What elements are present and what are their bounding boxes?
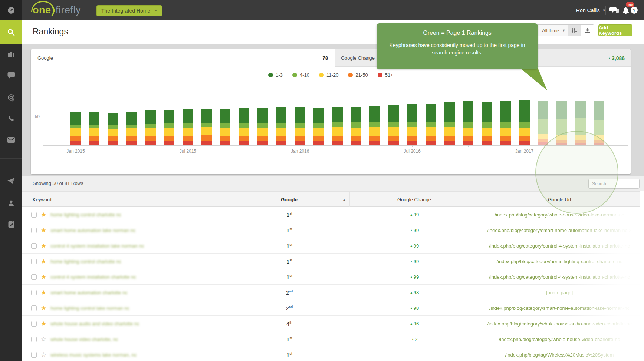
stacked-bar-Feb-2017[interactable] (538, 101, 548, 145)
google-url-text[interactable]: /index.php/blog/category/whole-house-vid… (494, 212, 624, 218)
stacked-bar-Aug-2016[interactable] (426, 104, 436, 145)
keyword-text[interactable]: home lighting control lake norman nc (50, 305, 129, 311)
bar-segment-51+ (164, 141, 174, 145)
keyword-text[interactable]: whole house audio and video charlotte nc (50, 321, 139, 327)
bar-segment-11-20 (313, 128, 324, 136)
google-url-text[interactable]: /index.php/blog/category/whole-house-aud… (487, 321, 632, 327)
star-filled-icon[interactable]: ★ (41, 258, 46, 265)
stacked-bar-Jan-2016[interactable] (295, 107, 305, 145)
stacked-bar-Nov-2015[interactable] (257, 108, 268, 145)
star-filled-icon[interactable]: ★ (41, 321, 46, 327)
keyword-text[interactable]: home lighting control charlotte nc (50, 212, 121, 218)
stacked-bar-Jan-2015[interactable] (70, 112, 81, 145)
sidebar-item-contacts[interactable] (0, 192, 22, 214)
sidebar-item-goals[interactable] (0, 87, 22, 108)
star-filled-icon[interactable]: ★ (41, 274, 46, 280)
google-url-text[interactable]: /index.php/blog/category/home-lighting-c… (497, 259, 622, 264)
stacked-bar-Apr-2016[interactable] (351, 107, 361, 145)
bar-segment-21-50 (332, 136, 343, 141)
google-url-text[interactable]: /index.php/blog/category/smart-home-auto… (487, 228, 631, 233)
row-checkbox[interactable] (31, 352, 37, 358)
stacked-bar-Feb-2016[interactable] (313, 108, 324, 145)
row-checkbox[interactable] (31, 228, 37, 233)
sidebar-item-email[interactable] (0, 129, 22, 150)
sidebar-item-search-rankings[interactable] (0, 20, 22, 44)
stacked-bar-Aug-2015[interactable] (201, 109, 212, 145)
stacked-bar-Sep-2016[interactable] (444, 102, 455, 145)
keyword-text[interactable]: smart home automation lake norman nc (50, 228, 135, 233)
keyword-text[interactable]: wireless music systems lake norman, nc (50, 352, 137, 358)
column-header-google[interactable]: Google ▴ (229, 192, 350, 207)
stacked-bar-Oct-2016[interactable] (463, 101, 473, 145)
google-url-text[interactable]: /index.php/blog/category/control-4-syste… (489, 274, 630, 280)
google-url-text[interactable]: /index.php/blog/category/control-4-syste… (489, 243, 630, 249)
row-checkbox[interactable] (31, 321, 37, 327)
row-checkbox[interactable] (31, 259, 37, 264)
star-filled-icon[interactable]: ★ (41, 289, 46, 296)
stacked-bar-Mar-2016[interactable] (332, 107, 343, 145)
stacked-bar-Jun-2016[interactable] (388, 105, 399, 145)
stacked-bar-Jul-2015[interactable] (183, 109, 193, 145)
google-url-text[interactable]: /index.php/blog/category/whole-house-vid… (499, 337, 620, 342)
keyword-text[interactable]: control 4 system installation lake norma… (50, 243, 144, 249)
star-outline-icon[interactable]: ☆ (41, 352, 46, 358)
google-url-text[interactable]: /index.php/blog/tag/Wireless%20Music%20S… (505, 352, 614, 358)
column-header-keyword[interactable]: Keyword (22, 192, 229, 207)
google-rank-value: 1st (287, 274, 292, 280)
client-selector-dropdown[interactable]: The Integrated Home ▼ (96, 5, 162, 16)
client-selector-label: The Integrated Home (101, 8, 150, 14)
sidebar-item-campaigns[interactable] (0, 170, 22, 192)
bar-segment-11-20 (426, 127, 436, 136)
stacked-bar-Jun-2015[interactable] (164, 110, 174, 145)
stacked-bar-Sep-2015[interactable] (220, 109, 230, 145)
sidebar-item-chat[interactable] (0, 64, 22, 86)
stacked-bar-Apr-2015[interactable] (126, 112, 137, 145)
messages-icon[interactable] (610, 6, 618, 14)
notifications-bell-icon[interactable] (622, 6, 631, 14)
bar-segment-1-3 (201, 109, 212, 123)
add-keywords-button[interactable]: Add Keywords (598, 24, 632, 36)
star-outline-icon[interactable]: ☆ (41, 336, 46, 342)
keyword-text[interactable]: smart home automation charlotte nc (50, 290, 127, 295)
stacked-bar-Jul-2016[interactable] (407, 104, 417, 145)
sidebar-item-analytics[interactable] (0, 43, 22, 64)
filter-columns-button[interactable] (568, 25, 581, 36)
star-filled-icon[interactable]: ★ (41, 212, 46, 218)
stacked-bar-May-2016[interactable] (369, 106, 380, 145)
star-filled-icon[interactable]: ★ (41, 227, 46, 234)
stacked-bar-Mar-2015[interactable] (108, 113, 118, 145)
time-filter-dropdown[interactable]: All Time ▼ (537, 24, 571, 36)
row-checkbox[interactable] (31, 212, 37, 218)
star-filled-icon[interactable]: ★ (41, 305, 46, 311)
bar-chart-icon (7, 50, 15, 57)
row-checkbox[interactable] (31, 290, 37, 295)
row-checkbox[interactable] (31, 243, 37, 249)
stacked-bar-May-2015[interactable] (145, 110, 156, 145)
stacked-bar-Nov-2016[interactable] (482, 102, 492, 145)
bar-segment-21-50 (388, 136, 399, 141)
bar-segment-11-20 (239, 128, 249, 136)
row-checkbox[interactable] (31, 274, 37, 280)
stacked-bar-Dec-2015[interactable] (276, 107, 286, 145)
stacked-bar-Feb-2015[interactable] (89, 112, 99, 145)
stacked-bar-Oct-2015[interactable] (239, 108, 249, 145)
keyword-text[interactable]: whole house video charlotte, nc (50, 337, 118, 342)
settings-gear-icon[interactable]: ⚙ (154, 6, 161, 14)
google-url-text[interactable]: [home page] (546, 290, 573, 295)
google-url-text[interactable]: /index.php/blog/category/smart-home-auto… (489, 305, 630, 311)
user-menu[interactable]: Ron Callis ▼ (576, 0, 606, 20)
help-icon[interactable]: ? (631, 7, 638, 14)
sidebar-item-tasks[interactable] (0, 213, 22, 235)
star-filled-icon[interactable]: ★ (41, 243, 46, 249)
stacked-bar-Jan-2017[interactable] (519, 100, 530, 145)
row-checkbox[interactable] (31, 337, 37, 342)
topbar-divider (89, 5, 89, 16)
download-button[interactable] (581, 25, 594, 36)
row-checkbox[interactable] (31, 305, 37, 311)
dashboard-menu-button[interactable] (0, 0, 22, 20)
keyword-text[interactable]: home lighting control charlotte nc (50, 259, 121, 264)
stacked-bar-Dec-2016[interactable] (500, 101, 511, 145)
sidebar-item-phone[interactable] (0, 108, 22, 129)
keyword-text[interactable]: control 4 system installation charlotte … (50, 274, 136, 280)
column-header-google-change[interactable]: Google Change (350, 192, 479, 207)
